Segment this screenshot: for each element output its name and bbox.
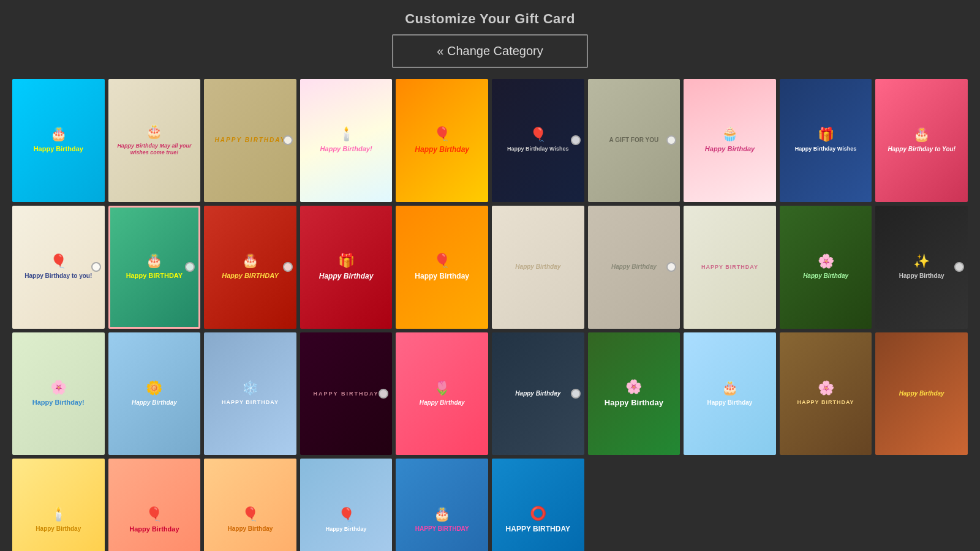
card-item[interactable]: 🎈Happy Birthday <box>300 459 393 551</box>
card-icon: 🕯️ <box>50 506 67 522</box>
card-item[interactable]: 🎂Happy Birthday to You! <box>875 79 968 202</box>
card-item[interactable]: Happy Birthday <box>492 332 584 455</box>
card-icon: 🎂 <box>146 253 162 269</box>
card-label: Happy Birthday <box>802 271 850 281</box>
card-label: Happy Birthday <box>318 271 375 282</box>
card-item[interactable]: 🌸Happy Birthday <box>588 332 680 455</box>
card-label: Happy Birthday <box>130 398 178 408</box>
cards-grid: 🎂Happy Birthday🎂Happy Birthday May all y… <box>0 79 980 551</box>
card-item[interactable]: 🎈Happy Birthday Wishes <box>492 79 584 202</box>
card-item[interactable]: 🎂Happy BIRTHDAY <box>204 206 296 329</box>
card-label: Happy Birthday <box>128 524 180 534</box>
card-icon: 🌼 <box>146 380 162 396</box>
card-icon: 🌸 <box>625 379 642 395</box>
card-item[interactable]: 🎂Happy Birthday <box>12 79 105 202</box>
card-radio[interactable] <box>571 389 581 399</box>
card-icon: 🎂 <box>50 126 67 142</box>
card-icon: 🎂 <box>242 253 258 269</box>
card-label: Happy Birthday! <box>319 144 374 154</box>
card-item[interactable]: 🎈Happy Birthday <box>108 459 201 551</box>
card-item[interactable]: Happy Birthday <box>588 206 680 329</box>
card-radio[interactable] <box>91 262 101 272</box>
card-item[interactable]: 🌸HAPPY BIRTHDAY <box>780 332 872 455</box>
card-label: Happy Birthday <box>514 389 562 399</box>
card-item[interactable]: ❄️HAPPY BIRTHDAY <box>204 332 296 455</box>
card-item[interactable]: 🎁Happy Birthday Wishes <box>780 79 872 202</box>
card-item[interactable]: 🎁Happy Birthday <box>300 206 393 329</box>
card-label: A GIFT FOR YOU <box>608 135 660 145</box>
card-item[interactable]: A GIFT FOR YOU <box>588 79 680 202</box>
card-radio[interactable] <box>283 135 293 145</box>
card-item[interactable]: 🎂Happy Birthday <box>684 332 776 455</box>
card-label: HAPPY BIRTHDAY <box>221 398 280 407</box>
card-item[interactable]: 🌸Happy Birthday! <box>12 332 105 455</box>
card-label: Happy Birthday <box>706 398 754 408</box>
card-item[interactable]: 🎂HAPPY BIRTHDAY <box>396 459 488 551</box>
card-radio[interactable] <box>379 389 388 399</box>
card-icon: ❄️ <box>242 380 258 396</box>
card-icon: 🎈 <box>530 127 546 143</box>
card-radio[interactable] <box>571 135 581 145</box>
card-item[interactable]: Happy Birthday <box>492 206 584 329</box>
card-label: Happy Birthday <box>32 144 85 154</box>
card-icon: ⭕ <box>530 506 546 522</box>
card-label: Happy Birthday <box>413 144 470 155</box>
card-radio[interactable] <box>185 262 195 272</box>
card-radio[interactable] <box>666 262 676 272</box>
card-radio[interactable] <box>954 262 964 272</box>
card-item[interactable]: 🌼Happy Birthday <box>108 332 201 455</box>
card-item[interactable]: HAPPY BIRTHDAY <box>204 79 296 202</box>
card-icon: 🎂 <box>146 124 162 140</box>
card-item[interactable]: ⭕HAPPY BIRTHDAY <box>492 459 584 551</box>
card-label: Happy Birthday <box>898 389 946 399</box>
card-label: Happy Birthday <box>610 262 658 272</box>
card-item[interactable]: 🌷Happy Birthday <box>396 332 488 455</box>
card-item[interactable]: HAPPY BIRTHDAY <box>300 332 393 455</box>
card-item[interactable]: Happy Birthday <box>875 332 968 455</box>
card-label: Happy Birthday <box>325 525 368 534</box>
card-icon: ✨ <box>913 253 930 269</box>
card-icon: 🌸 <box>50 380 67 395</box>
card-icon: 🎂 <box>434 506 450 522</box>
card-label: Happy Birthday Wishes <box>794 144 858 154</box>
card-radio[interactable] <box>283 262 293 272</box>
card-icon: 🎂 <box>722 380 738 396</box>
card-label: Happy Birthday to You! <box>886 144 957 154</box>
card-icon: 🎈 <box>434 126 450 142</box>
card-radio[interactable] <box>666 135 676 145</box>
card-item[interactable]: ✨Happy Birthday <box>875 206 968 329</box>
card-label: Happy Birthday Wishes <box>506 144 570 154</box>
card-label: Happy Birthday! <box>31 397 86 408</box>
card-item[interactable]: 🌸Happy Birthday <box>780 206 872 329</box>
card-item[interactable]: 🎈Happy Birthday <box>204 459 296 551</box>
card-item[interactable]: 🕯️Happy Birthday <box>12 459 105 551</box>
card-icon: 🧁 <box>722 126 738 142</box>
card-icon: 🕯️ <box>338 126 355 142</box>
card-icon: 🎈 <box>338 507 355 523</box>
card-icon: 🎁 <box>818 127 834 143</box>
card-label: Happy Birthday <box>898 271 946 281</box>
card-item[interactable]: 🎂Happy BIRTHDAY <box>108 206 201 329</box>
card-icon: 🌸 <box>818 253 834 269</box>
card-item[interactable]: 🧁Happy Birthday <box>684 79 776 202</box>
card-item[interactable]: 🎈Happy Birthday to you! <box>12 206 105 329</box>
card-label: HAPPY BIRTHDAY <box>796 398 856 407</box>
card-item[interactable]: 🎂Happy Birthday May all your wishes come… <box>108 79 201 202</box>
card-icon: 🎈 <box>434 253 450 269</box>
card-icon: 🌷 <box>434 380 450 396</box>
card-label: Happy Birthday to you! <box>23 271 93 281</box>
card-label: Happy Birthday <box>704 144 756 154</box>
card-item[interactable]: 🎈Happy Birthday <box>396 79 488 202</box>
card-item[interactable]: 🕯️Happy Birthday! <box>300 79 393 202</box>
card-icon: 🎈 <box>50 253 67 269</box>
card-label: HAPPY BIRTHDAY <box>312 389 380 399</box>
card-item[interactable]: 🎈Happy Birthday <box>396 206 488 329</box>
page-title: Customize Your Gift Card <box>0 0 980 34</box>
card-icon: 🎁 <box>338 253 355 269</box>
card-icon: 🌸 <box>818 380 834 396</box>
card-item[interactable]: HAPPY BIRTHDAY <box>684 206 776 329</box>
change-category-button[interactable]: « Change Category <box>392 34 588 68</box>
card-label: Happy BIRTHDAY <box>125 271 184 281</box>
card-label: Happy Birthday <box>603 397 665 409</box>
card-label: Happy Birthday <box>227 524 274 534</box>
